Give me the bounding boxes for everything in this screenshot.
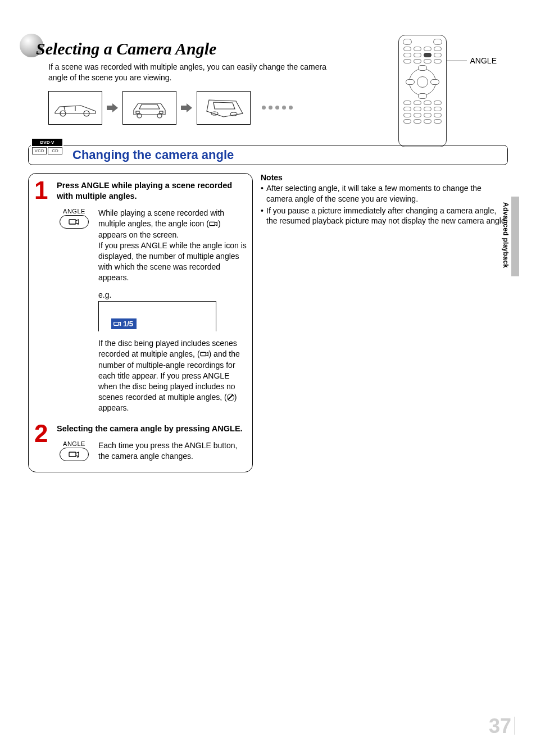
step-2: 2 Selecting the camera angle by pressing… [34, 423, 247, 462]
page-number: 37 [489, 714, 511, 738]
svg-text:1: 1 [77, 455, 79, 458]
step1-para1a: While playing a scene recorded with mult… [98, 208, 224, 228]
svg-rect-8 [69, 220, 76, 224]
car-angle-frame-3 [197, 91, 251, 125]
step-number: 2 [34, 423, 51, 462]
page-title: Selecting a Camera Angle [28, 39, 508, 58]
intro-text: If a scene was recorded with multiple an… [48, 62, 329, 83]
camera-angle-icon: 1 [69, 218, 80, 226]
disc-format-badges: DVD-V VCD CD [31, 139, 63, 154]
svg-point-2 [137, 113, 142, 118]
notes-heading: Notes [261, 173, 508, 182]
prohibit-icon [227, 394, 234, 401]
camera-angle-icon: 1 [69, 450, 80, 458]
svg-rect-5 [160, 111, 163, 113]
svg-rect-11 [114, 322, 119, 326]
example-screen-frame: 1/5 [98, 301, 216, 331]
svg-rect-10 [210, 222, 215, 226]
button-label: ANGLE [57, 440, 92, 447]
car-angle-frame-1 [48, 91, 102, 125]
svg-rect-4 [136, 111, 139, 113]
camera-angle-icon [200, 351, 209, 357]
example-osd-chip: 1/5 [111, 318, 137, 330]
section-title: Changing the camera angle [72, 148, 234, 162]
car-side-icon [53, 97, 98, 119]
svg-point-3 [157, 113, 162, 118]
car-top-icon [201, 97, 246, 119]
camera-angle-icon [209, 221, 218, 227]
example-value: 1/5 [123, 319, 133, 329]
continuation-dots [262, 106, 293, 110]
callout-leader-line [447, 61, 467, 61]
camera-angle-icon [113, 321, 121, 327]
svg-rect-13 [69, 452, 76, 457]
section-heading-bar: DVD-V VCD CD Changing the camera angle [28, 145, 508, 165]
note-item: After selecting angle, it will take a fe… [261, 183, 508, 204]
svg-text:1: 1 [77, 222, 79, 226]
car-front-icon [127, 97, 172, 119]
arrow-right-icon [107, 103, 118, 112]
badge-cd: CD [48, 147, 62, 154]
angle-button-graphic: 1 [60, 448, 89, 461]
chapter-thumb-tab [511, 197, 519, 276]
badge-vcd: VCD [32, 147, 47, 154]
note-item: If you pause a picture immediately after… [261, 206, 508, 227]
steps-panel: 1 Press ANGLE while playing a scene reco… [28, 173, 253, 472]
step-heading: Press ANGLE while playing a scene record… [57, 180, 247, 202]
step-heading: Selecting the camera angle by pressing A… [57, 423, 247, 434]
step1-para1c: If you press ANGLE while the angle icon … [98, 241, 247, 282]
step-number: 1 [34, 180, 51, 413]
arrow-right-icon [181, 103, 192, 112]
svg-rect-12 [200, 353, 205, 356]
button-label: ANGLE [57, 208, 92, 215]
step2-body: Each time you press the ANGLE button, th… [98, 440, 247, 462]
badge-dvdv: DVD-V [32, 139, 62, 146]
notes-column: Notes After selecting angle, it will tak… [261, 173, 508, 472]
step-1: 1 Press ANGLE while playing a scene reco… [34, 180, 247, 413]
svg-point-6 [211, 112, 218, 115]
car-angle-frame-2 [122, 91, 176, 125]
example-label: e.g. [98, 290, 247, 300]
chapter-thumb-label: Advanced playback [502, 202, 510, 268]
angle-button-graphic: 1 [60, 215, 89, 229]
